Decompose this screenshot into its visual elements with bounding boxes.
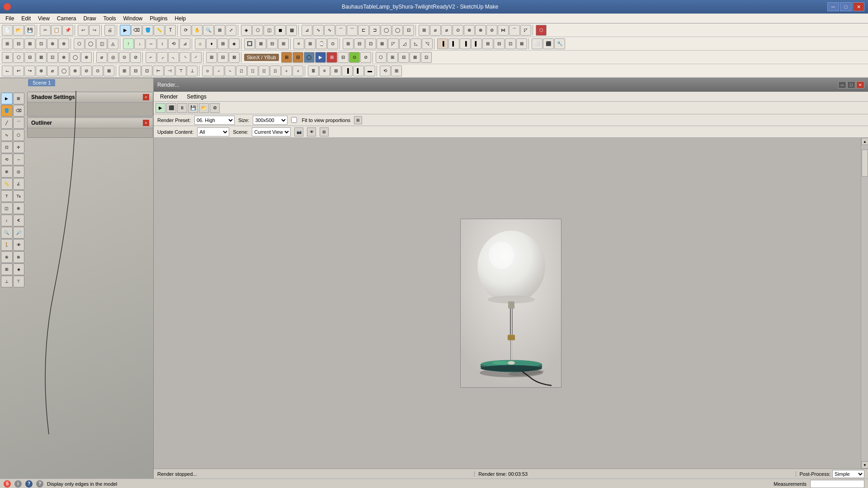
- tool-walk[interactable]: 🚶: [1, 239, 13, 251]
- tb-g3-1[interactable]: ⬡: [536, 25, 547, 36]
- tb-cut[interactable]: ✂: [40, 25, 51, 36]
- tb2-33[interactable]: ◸: [388, 38, 399, 49]
- tb2-36[interactable]: ◹: [422, 38, 433, 49]
- tb4-5[interactable]: ⌀: [47, 66, 58, 76]
- scene-camera-btn[interactable]: 📷: [294, 127, 303, 136]
- tb-group1-3[interactable]: ∿: [324, 25, 335, 36]
- tool-angledim[interactable]: ∢: [13, 215, 25, 226]
- render-minimize[interactable]: ─: [838, 81, 846, 89]
- menu-edit[interactable]: Edit: [18, 14, 34, 23]
- tb2-39[interactable]: ▐: [460, 38, 471, 49]
- menu-draw[interactable]: Draw: [80, 14, 100, 23]
- tb2-31[interactable]: ⊡: [365, 38, 376, 49]
- tb3-10[interactable]: ◎: [108, 52, 118, 63]
- tb3-8[interactable]: ⊕: [81, 52, 92, 63]
- tb3-22[interactable]: ⊞: [387, 52, 398, 63]
- tool-arc[interactable]: ⌒: [13, 117, 25, 129]
- tb2-2[interactable]: ⊟: [13, 38, 24, 49]
- tb3-14[interactable]: ⌌: [157, 52, 168, 63]
- tb2-44[interactable]: ⊠: [516, 38, 527, 49]
- tb3-9[interactable]: ⌀: [96, 52, 107, 63]
- render-play-btn[interactable]: ▶: [156, 103, 165, 113]
- help-icon[interactable]: ?: [25, 480, 33, 488]
- tb3-skin-4[interactable]: ▶: [315, 52, 326, 63]
- tb2-40[interactable]: ▌: [471, 38, 482, 49]
- tb2-28[interactable]: ⊙: [327, 38, 338, 49]
- tool-search2[interactable]: 🔎: [13, 227, 25, 239]
- tb2-13[interactable]: ↔: [146, 38, 156, 49]
- tb-group1-7[interactable]: ⊐: [369, 25, 380, 36]
- tb3-11[interactable]: ⊙: [119, 52, 130, 63]
- tb4-30[interactable]: ▐: [342, 66, 353, 76]
- tb4-6[interactable]: ◯: [58, 66, 69, 76]
- tb3-20[interactable]: ⊠: [229, 52, 240, 63]
- tb2-16[interactable]: ⊿: [179, 38, 190, 49]
- tb3-2[interactable]: ⬡: [13, 52, 24, 63]
- render-aspect-btn[interactable]: ⊞: [354, 116, 362, 124]
- tool-lookaround[interactable]: 👁: [13, 239, 25, 251]
- tb-zoom-window[interactable]: ⊞: [214, 25, 225, 36]
- tool-axes[interactable]: ⊕: [13, 202, 25, 214]
- tb-group1-1[interactable]: ⊿: [302, 25, 312, 36]
- tool-freehand[interactable]: ∿: [1, 129, 13, 141]
- tb-shaded[interactable]: ◼: [275, 25, 286, 36]
- tb4-24[interactable]: ⍄: [270, 66, 281, 76]
- tb-eraser[interactable]: ⌫: [131, 25, 142, 36]
- tb-paste[interactable]: 📌: [62, 25, 73, 36]
- render-size-select[interactable]: 300x500 640x480 800x600 1280x720 1920x10…: [253, 116, 288, 125]
- tb3-25[interactable]: ⊡: [421, 52, 432, 63]
- tool-search[interactable]: 🔍: [1, 227, 13, 239]
- tb-g2-10[interactable]: ◸: [520, 25, 531, 36]
- tb2-30[interactable]: ⊟: [354, 38, 365, 49]
- tb2-27[interactable]: ⌚: [316, 38, 327, 49]
- tb2-18[interactable]: ♦: [206, 38, 217, 49]
- close-button[interactable]: ✕: [853, 2, 864, 11]
- tb3-17[interactable]: ⌏: [191, 52, 202, 63]
- tb3-16[interactable]: ⌎: [179, 52, 190, 63]
- scroll-down-arrow[interactable]: ▼: [861, 461, 868, 469]
- tb-g2-1[interactable]: ⊞: [419, 25, 429, 36]
- scroll-up-arrow[interactable]: ▲: [861, 138, 868, 145]
- tb-zoom[interactable]: 🔍: [203, 25, 214, 36]
- tb4-22[interactable]: ⍂: [247, 66, 258, 76]
- tb2-42[interactable]: ⊟: [494, 38, 505, 49]
- tb-text[interactable]: T: [165, 25, 176, 36]
- tb4-12[interactable]: ⊟: [130, 66, 141, 76]
- tb-textured[interactable]: ▦: [286, 25, 297, 36]
- render-save-img[interactable]: 💾: [188, 103, 198, 113]
- tb-g2-6[interactable]: ⊗: [475, 25, 486, 36]
- tb4-3[interactable]: ↪: [24, 66, 35, 76]
- scene-extra-btn[interactable]: ⊞: [320, 127, 329, 136]
- tb2-22[interactable]: ⊠: [255, 38, 266, 49]
- tb2-17[interactable]: ⌂: [195, 38, 206, 49]
- tb2-38[interactable]: ▌: [448, 38, 459, 49]
- tool-dim[interactable]: ↕: [1, 215, 13, 226]
- tb-group1-10[interactable]: ⊡: [403, 25, 414, 36]
- tb2-47[interactable]: 🔧: [554, 38, 565, 49]
- fit-to-view-checkbox[interactable]: [291, 117, 297, 123]
- tool-zoom2[interactable]: ⊕: [1, 251, 13, 263]
- tb-save[interactable]: 💾: [24, 25, 35, 36]
- tool-pushpull[interactable]: ⊡: [1, 141, 13, 153]
- tb3-skin-6[interactable]: ⊟: [338, 52, 349, 63]
- tb-g2-7[interactable]: ⊘: [486, 25, 497, 36]
- tb4-18[interactable]: ⌾: [202, 66, 213, 76]
- tb4-13[interactable]: ⊡: [142, 66, 152, 76]
- tb4-10[interactable]: ⊠: [104, 66, 114, 76]
- tb3-24[interactable]: ⊠: [410, 52, 420, 63]
- tb4-4[interactable]: ⊕: [36, 66, 47, 76]
- tb3-12[interactable]: ⊘: [130, 52, 141, 63]
- tb2-20[interactable]: ◈: [229, 38, 240, 49]
- tb4-19[interactable]: ⌿: [213, 66, 224, 76]
- render-close[interactable]: ✕: [856, 81, 864, 89]
- tb-x-ray[interactable]: ◈: [241, 25, 252, 36]
- tb-paint[interactable]: 🪣: [142, 25, 153, 36]
- tool-shape[interactable]: ⬡: [13, 129, 25, 141]
- tb4-32[interactable]: ▬: [364, 66, 375, 76]
- tb3-21[interactable]: ⬡: [376, 52, 387, 63]
- tb-group1-8[interactable]: ◯: [381, 25, 392, 36]
- tb-group1-5[interactable]: ⌒: [347, 25, 358, 36]
- tool-select[interactable]: ▶: [1, 93, 13, 104]
- tool-zoom3[interactable]: ⊗: [13, 251, 25, 263]
- tool-sandbox[interactable]: ⊞: [1, 263, 13, 275]
